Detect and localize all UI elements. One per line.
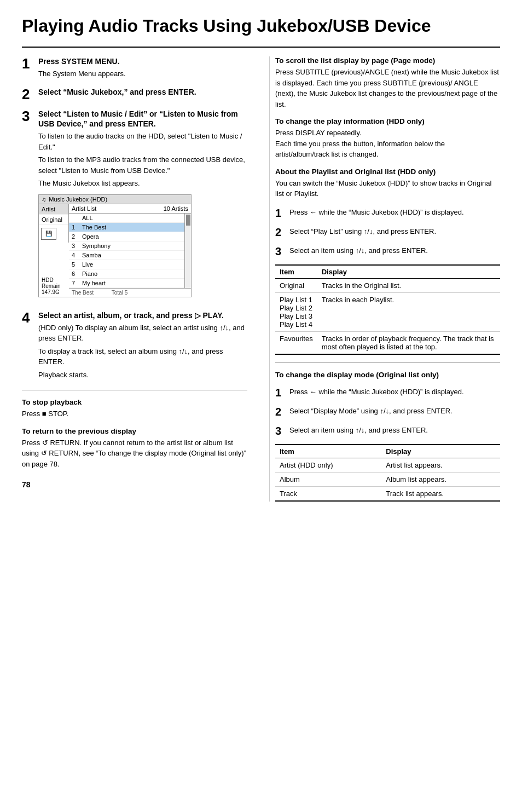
step-2-label: Select “Music Jukebox,” and press ENTER. <box>38 87 247 97</box>
row-fav-display: Tracks in order of playback frequency. T… <box>317 331 500 354</box>
right-column: To scroll the list display by page (Page… <box>269 56 500 502</box>
display-mode-steps: 1 Press ← while the “Music Jukebox (HDD)… <box>275 387 500 437</box>
row-track-display: Track list appears. <box>381 486 500 501</box>
display-step-1-num: 1 <box>275 387 285 399</box>
step-2: 2 Select “Music Jukebox,” and press ENTE… <box>22 87 247 101</box>
playlist-table: Item Display Original Tracks in the Orig… <box>275 264 500 355</box>
playlist-step-1-num: 1 <box>275 207 285 220</box>
row-original-display: Tracks in the Original list. <box>317 278 500 292</box>
display-step-3-num: 3 <box>275 425 285 437</box>
row-playlist-item: Play List 1 Play List 2 Play List 3 Play… <box>275 292 317 331</box>
display-table-col2: Display <box>381 445 500 458</box>
list-item-4: 4Samba <box>69 251 184 260</box>
jukebox-list: ALL 1The Best 2Opera 3Symp <box>69 214 184 288</box>
playlist-steps: 1 Press ← while the “Music Jukebox (HDD)… <box>275 207 500 258</box>
playlist-table-col1: Item <box>275 265 317 279</box>
table-row: Track Track list appears. <box>275 486 500 501</box>
step-3-label: Select “Listen to Music / Edit” or “List… <box>38 109 247 129</box>
row-artist-item: Artist (HDD only) <box>275 458 381 472</box>
display-step-1: 1 Press ← while the “Music Jukebox (HDD)… <box>275 387 500 399</box>
section-divider-2 <box>275 362 500 363</box>
artist-list-label: Artist List <box>72 205 96 212</box>
step-4-number: 4 <box>22 310 34 383</box>
table-row: Album Album list appears. <box>275 472 500 486</box>
stop-playback-section: To stop playback Press ■ STOP. <box>22 398 247 419</box>
display-table-col1: Item <box>275 445 381 458</box>
sidebar-original: Original <box>39 215 68 225</box>
display-step-3: 3 Select an item using ↑/↓, and press EN… <box>275 425 500 437</box>
step-1-label: Press SYSTEM MENU. <box>38 56 247 66</box>
playlist-step-2-num: 2 <box>275 226 285 239</box>
music-icon: ♫ <box>42 196 46 203</box>
return-display-body: Press ↺ RETURN. If you cannot return to … <box>22 437 247 470</box>
return-display-section: To return to the previous display Press … <box>22 427 247 470</box>
table-row: Play List 1 Play List 2 Play List 3 Play… <box>275 292 500 331</box>
list-item-2: 2Opera <box>69 232 184 241</box>
return-display-heading: To return to the previous display <box>22 427 247 435</box>
row-album-display: Album list appears. <box>381 472 500 486</box>
display-mode-section: To change the display mode (Original lis… <box>275 371 500 379</box>
row-artist-display: Artist list appears. <box>381 458 500 472</box>
step-3: 3 Select “Listen to Music / Edit” or “Li… <box>22 109 247 303</box>
playlist-step-2: 2 Select “Play List” using ↑/↓, and pres… <box>275 226 500 239</box>
display-step-1-content: Press ← while the “Music Jukebox (HDD)” … <box>289 387 500 399</box>
display-step-2-num: 2 <box>275 406 285 418</box>
table-row: Original Tracks in the Original list. <box>275 278 500 292</box>
artist-count: 10 Artists <box>164 205 188 212</box>
display-step-2-content: Select “Display Mode” using ↑/↓, and pre… <box>289 406 500 418</box>
playlist-step-3-num: 3 <box>275 245 285 258</box>
playlist-step-2-content: Select “Play List” using ↑/↓, and press … <box>289 226 500 239</box>
stop-playback-body: Press ■ STOP. <box>22 408 247 419</box>
jukebox-title-bar: ♫ Music Jukebox (HDD) <box>39 195 191 204</box>
row-original-item: Original <box>275 278 317 292</box>
jukebox-scrollbar[interactable] <box>184 214 191 288</box>
jukebox-hdd-info: HDD Remain 147.9G <box>39 275 69 297</box>
sidebar-artist: Artist <box>39 204 68 215</box>
display-step-3-content: Select an item using ↑/↓, and press ENTE… <box>289 425 500 437</box>
scroll-list-body: Press SUBTITLE (previous)/ANGLE (next) w… <box>275 67 500 110</box>
list-item-7: 7My heart <box>69 279 184 288</box>
jukebox-device-icon: 💾 <box>39 225 68 243</box>
row-fav-item: Favourites <box>275 331 317 354</box>
remain-value: 147.9G <box>42 289 66 295</box>
playlist-heading: About the Playlist and Original list (HD… <box>275 168 500 176</box>
row-album-item: Album <box>275 472 381 486</box>
left-column: 1 Press SYSTEM MENU. The System Menu app… <box>22 56 253 502</box>
row-track-item: Track <box>275 486 381 501</box>
list-item-3: 3Symphony <box>69 241 184 251</box>
table-row: Favourites Tracks in order of playback f… <box>275 331 500 354</box>
play-info-section: To change the play information (HDD only… <box>275 117 500 160</box>
section-divider-1 <box>22 390 247 390</box>
table-row: Artist (HDD only) Artist list appears. <box>275 458 500 472</box>
jukebox-screen: ♫ Music Jukebox (HDD) Artist Original 💾 <box>38 194 192 297</box>
list-item-5: 5Live <box>69 260 184 269</box>
playlist-step-1-content: Press ← while the “Music Jukebox (HDD)” … <box>289 207 500 220</box>
stop-playback-heading: To stop playback <box>22 398 247 406</box>
jukebox-title: Music Jukebox (HDD) <box>49 196 107 203</box>
jukebox-sidebar: Artist Original 💾 <box>39 204 69 243</box>
footer-total: Total 5 <box>112 290 127 296</box>
playlist-table-col2: Display <box>317 265 500 279</box>
scrollbar-thumb <box>186 215 190 226</box>
play-info-body: Press DISPLAY repeatedly. Each time you … <box>275 128 500 160</box>
step-1-body: The System Menu appears. <box>38 68 247 79</box>
step-1: 1 Press SYSTEM MENU. The System Menu app… <box>22 56 247 79</box>
list-item-6: 6Piano <box>69 269 184 279</box>
playlist-body: You can switch the “Music Jukebox (HDD)”… <box>275 178 500 199</box>
page-title: Playing Audio Tracks Using Jukebox/USB D… <box>22 16 500 36</box>
playlist-step-3-content: Select an item using ↑/↓, and press ENTE… <box>289 245 500 258</box>
playlist-step-1: 1 Press ← while the “Music Jukebox (HDD)… <box>275 207 500 220</box>
scroll-list-heading: To scroll the list display by page (Page… <box>275 56 500 65</box>
play-info-heading: To change the play information (HDD only… <box>275 117 500 125</box>
display-mode-table: Item Display Artist (HDD only) Artist li… <box>275 444 500 502</box>
jukebox-list-header: Artist List 10 Artists <box>69 204 191 214</box>
jukebox-footer: The Best Total 5 <box>69 288 191 297</box>
footer-label: The Best <box>72 290 94 296</box>
hdd-label: HDD <box>42 277 66 283</box>
page-number: 78 <box>22 480 247 489</box>
step-3-body: To listen to the audio tracks on the HDD… <box>38 131 247 189</box>
playlist-step-3: 3 Select an item using ↑/↓, and press EN… <box>275 245 500 258</box>
display-mode-heading: To change the display mode (Original lis… <box>275 371 500 379</box>
display-step-2: 2 Select “Display Mode” using ↑/↓, and p… <box>275 406 500 418</box>
list-item-all: ALL <box>69 214 184 223</box>
